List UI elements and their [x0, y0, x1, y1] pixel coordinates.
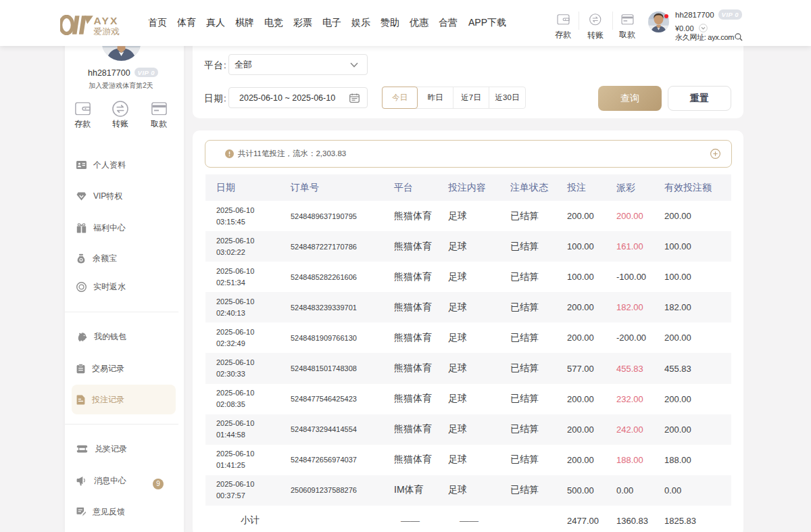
svg-text:AYX: AYX — [94, 15, 119, 26]
svg-text:爱游戏: 爱游戏 — [93, 26, 120, 35]
